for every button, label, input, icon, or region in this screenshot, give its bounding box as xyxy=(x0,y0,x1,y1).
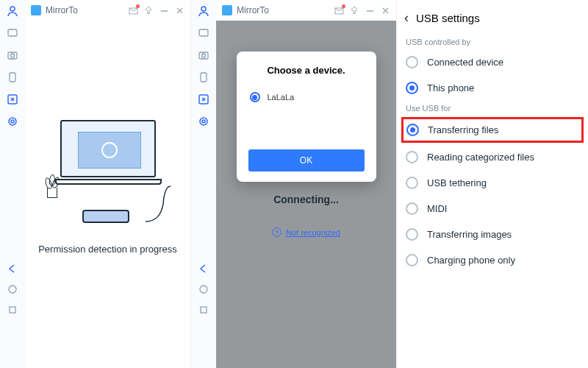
gear-icon[interactable] xyxy=(6,115,19,128)
mail-icon[interactable] xyxy=(334,6,344,15)
app-logo-icon xyxy=(222,5,232,15)
square-icon[interactable] xyxy=(6,303,19,316)
camera-icon[interactable] xyxy=(6,49,19,62)
radio-icon xyxy=(406,82,418,94)
option-label: MIDI xyxy=(427,203,447,214)
status-text: Permission detection in progress xyxy=(38,244,177,255)
option-label: USB tethering xyxy=(427,177,487,188)
expand-icon[interactable] xyxy=(6,93,19,106)
svg-point-12 xyxy=(201,7,206,11)
person-icon[interactable] xyxy=(197,4,210,18)
svg-point-8 xyxy=(9,286,16,293)
sidebar xyxy=(0,0,25,368)
not-recognized-label: Not recognized xyxy=(286,228,340,237)
page-title: USB settings xyxy=(416,12,480,24)
usb-option[interactable]: Connected device xyxy=(401,49,584,75)
app-name: MirrorTo xyxy=(46,5,78,15)
gear-icon[interactable] xyxy=(197,115,210,128)
back-icon[interactable] xyxy=(6,262,19,275)
option-label: Reading categorized files xyxy=(427,152,534,163)
usb-option[interactable]: Transferring images xyxy=(401,222,584,247)
panel-usb-settings: ‹ USB settings USB controlled by Connect… xyxy=(397,0,588,368)
radio-icon xyxy=(406,254,418,266)
message-icon[interactable] xyxy=(6,26,19,40)
svg-point-6 xyxy=(9,118,16,125)
minimize-icon[interactable] xyxy=(159,6,169,15)
section-label-controlled-by: USB controlled by xyxy=(401,35,584,49)
radio-icon xyxy=(406,202,418,215)
svg-rect-1 xyxy=(8,29,17,36)
radio-icon xyxy=(250,92,260,102)
section-label-use-usb-for: Use USB for xyxy=(401,101,584,116)
sidebar xyxy=(191,0,216,368)
svg-rect-9 xyxy=(10,307,15,313)
panel-choose-device: MirrorTo Choose a device. LaLaLa OK Conn… xyxy=(191,0,397,368)
option-label: Connected device xyxy=(427,57,503,68)
connecting-text: Connecting... xyxy=(273,194,339,205)
close-icon[interactable] xyxy=(381,6,390,15)
radio-icon xyxy=(406,124,419,136)
svg-rect-2 xyxy=(8,52,17,59)
question-icon: ? xyxy=(272,227,282,237)
option-label: Charging phone only xyxy=(427,255,515,266)
svg-point-7 xyxy=(11,120,14,123)
svg-rect-13 xyxy=(199,29,208,36)
usb-option[interactable]: USB tethering xyxy=(401,170,584,196)
radio-icon xyxy=(406,151,418,163)
circle-icon[interactable] xyxy=(197,283,210,296)
svg-point-18 xyxy=(200,118,207,125)
radio-icon xyxy=(406,56,418,68)
app-logo-icon xyxy=(31,5,41,15)
option-label: This phone xyxy=(427,82,474,93)
device-option[interactable]: LaLaLa xyxy=(248,89,365,105)
pin-icon[interactable] xyxy=(350,6,359,15)
radio-icon xyxy=(406,177,418,189)
svg-rect-14 xyxy=(199,52,208,59)
svg-rect-16 xyxy=(201,73,207,82)
phone-icon[interactable] xyxy=(6,71,19,84)
radio-icon xyxy=(406,228,418,241)
message-icon[interactable] xyxy=(197,26,210,40)
app-name: MirrorTo xyxy=(237,5,269,15)
option-label: Transferring files xyxy=(428,124,498,135)
ok-button[interactable]: OK xyxy=(248,149,365,171)
usb-option[interactable]: Charging phone only xyxy=(401,247,584,273)
camera-icon[interactable] xyxy=(197,49,210,62)
svg-point-0 xyxy=(10,7,15,11)
main-area: MirrorTo Permission detection in progres… xyxy=(25,0,190,368)
pin-icon[interactable] xyxy=(144,6,154,15)
svg-point-19 xyxy=(202,120,205,123)
usb-option[interactable]: This phone xyxy=(401,75,584,101)
svg-rect-21 xyxy=(201,307,207,313)
expand-icon[interactable] xyxy=(197,93,210,106)
not-recognized-link[interactable]: ? Not recognized xyxy=(272,227,340,237)
person-icon[interactable] xyxy=(6,4,19,18)
usb-option[interactable]: Reading categorized files xyxy=(401,144,584,170)
svg-rect-4 xyxy=(10,73,15,82)
content: Permission detection in progress xyxy=(25,21,190,368)
close-icon[interactable] xyxy=(175,6,184,15)
mail-icon[interactable] xyxy=(129,6,138,15)
circle-icon[interactable] xyxy=(6,283,19,296)
usb-option[interactable]: Transferring files xyxy=(401,117,584,143)
header-row: ‹ USB settings xyxy=(401,6,584,35)
minimize-icon[interactable] xyxy=(365,6,375,15)
device-name: LaLaLa xyxy=(268,93,295,102)
usb-option[interactable]: MIDI xyxy=(401,196,584,222)
modal-overlay: Choose a device. LaLaLa OK Connecting...… xyxy=(216,21,396,368)
back-icon[interactable] xyxy=(197,262,210,275)
titlebar: MirrorTo xyxy=(216,0,396,21)
panel-permission: MirrorTo Permission detection in progres… xyxy=(0,0,191,368)
svg-point-3 xyxy=(11,54,15,57)
back-chevron-icon[interactable]: ‹ xyxy=(404,10,409,26)
svg-point-15 xyxy=(202,54,206,57)
titlebar: MirrorTo xyxy=(25,0,190,21)
choose-device-dialog: Choose a device. LaLaLa OK xyxy=(237,52,376,182)
svg-point-20 xyxy=(200,286,207,293)
option-label: Transferring images xyxy=(427,229,512,240)
square-icon[interactable] xyxy=(197,303,210,316)
illustration xyxy=(46,120,171,223)
dialog-title: Choose a device. xyxy=(248,65,365,76)
phone-icon[interactable] xyxy=(197,71,210,84)
